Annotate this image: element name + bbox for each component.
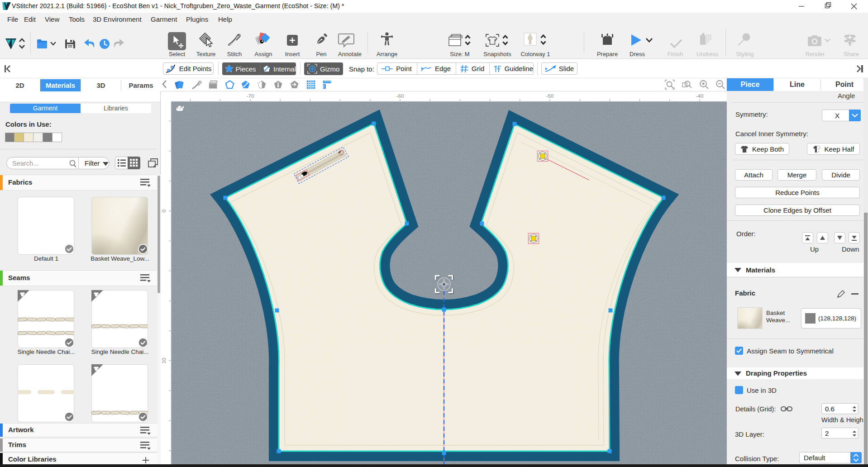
- svg-text:-50: -50: [546, 93, 554, 99]
- svg-text:-60: -60: [396, 93, 404, 99]
- svg-text:10: 10: [161, 358, 167, 364]
- svg-text:0: 0: [161, 210, 167, 212]
- svg-text:-40: -40: [696, 93, 704, 99]
- svg-text:-70: -70: [247, 93, 254, 99]
